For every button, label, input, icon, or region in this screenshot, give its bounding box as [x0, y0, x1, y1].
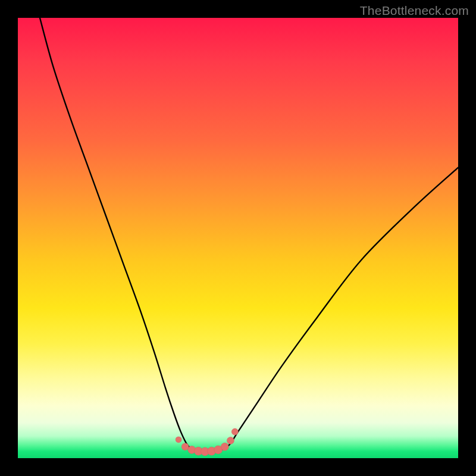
trough-marker — [231, 428, 238, 435]
trough-marker — [227, 437, 234, 444]
trough-marker — [181, 443, 189, 450]
trough-marker — [176, 437, 181, 443]
bottleneck-curve-path — [40, 18, 458, 452]
watermark-text: TheBottleneck.com — [360, 4, 469, 18]
plot-area — [18, 18, 458, 458]
chart-frame: TheBottleneck.com — [0, 0, 476, 476]
bottleneck-curve-svg — [18, 18, 458, 458]
trough-marker — [221, 443, 228, 450]
